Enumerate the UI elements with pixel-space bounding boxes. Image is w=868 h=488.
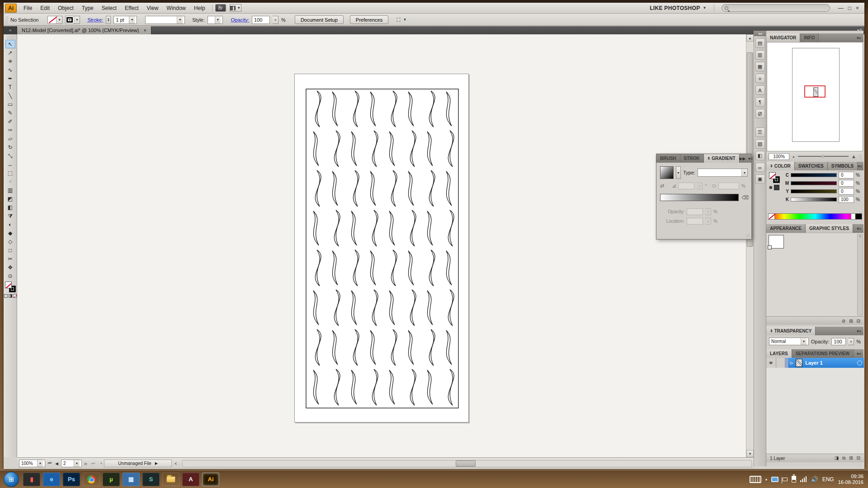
gradient-mode-button[interactable] xyxy=(9,294,12,298)
tab-overflow-button[interactable]: » xyxy=(4,26,17,34)
touch-keyboard-icon[interactable] xyxy=(750,476,761,483)
menu-help[interactable]: Help xyxy=(190,4,209,13)
panel-menu-icon[interactable]: ▾≡ xyxy=(857,224,863,233)
delete-icon[interactable]: ⊟ xyxy=(857,319,860,324)
blend-tool[interactable]: ◐ xyxy=(5,220,15,229)
menu-select[interactable]: Select xyxy=(98,4,121,13)
angle-input[interactable] xyxy=(678,183,694,189)
tab-color[interactable]: ⇕ COLOR xyxy=(766,162,795,170)
dock-icon-artboards[interactable]: ▤ xyxy=(755,38,765,48)
dock-icon-paragraph[interactable]: ¶ xyxy=(755,97,765,107)
zoom-level-dropdown[interactable]: 100%▼ xyxy=(19,460,45,467)
panel-menu-icon[interactable]: ▾≡ xyxy=(858,162,864,170)
gradient-tool[interactable]: ◧ xyxy=(5,203,15,211)
opacity-spinner[interactable]: > xyxy=(848,338,854,345)
utorrent-icon[interactable]: µ xyxy=(103,473,120,486)
panel-menu-icon[interactable]: ▾≡ xyxy=(857,33,863,42)
dock-icon-variables[interactable]: ▧ xyxy=(755,139,765,149)
eraser-tool[interactable]: ▱ xyxy=(5,134,15,143)
fill-none-proxy-icon[interactable] xyxy=(769,172,776,179)
new-layer-icon[interactable]: ⊞ xyxy=(849,455,853,461)
tab-graphic-styles[interactable]: GRAPHIC STYLES xyxy=(806,224,853,233)
arrange-documents-button[interactable]: ▼ xyxy=(230,4,241,12)
opacity-input[interactable]: 100 xyxy=(252,16,270,24)
new-graphic-style-icon[interactable]: ⊞ xyxy=(849,319,853,324)
zoom-tool[interactable]: ⊙ xyxy=(5,272,15,280)
brush-definition-dropdown[interactable]: ▼ xyxy=(145,16,185,24)
dock-icon-opentype[interactable]: Ø xyxy=(755,109,765,118)
black-value[interactable]: 100 xyxy=(839,196,854,203)
free-transform-tool[interactable]: ⬚ xyxy=(5,169,15,177)
none-color-icon[interactable] xyxy=(769,214,775,219)
cyan-slider[interactable] xyxy=(791,173,837,177)
panel-menu-icon[interactable]: ▾≡ xyxy=(748,156,753,161)
tab-stroke[interactable]: STROK xyxy=(680,154,704,163)
photoshop-icon[interactable]: Ps xyxy=(63,473,80,486)
yellow-value[interactable]: 0 xyxy=(839,188,854,195)
gradient-preset-dropdown[interactable]: ▼ xyxy=(676,166,681,179)
menu-object[interactable]: Object xyxy=(54,4,78,13)
media-player-icon[interactable]: ▮ xyxy=(23,473,40,486)
none-mode-button[interactable] xyxy=(13,294,17,298)
stroke-weight-value[interactable]: 1 pt▼ xyxy=(113,16,137,24)
scroll-down-icon[interactable]: ▼ xyxy=(746,450,754,457)
gradient-type-dropdown[interactable]: ▼ xyxy=(698,169,748,177)
panel-menu-icon[interactable]: ▾≡ xyxy=(857,327,863,335)
dock-icon-character[interactable]: A xyxy=(755,85,765,95)
navigator-preview[interactable] xyxy=(767,42,863,151)
color-spectrum-bar[interactable] xyxy=(768,213,862,220)
dock-icon-pathfinder[interactable]: ▦ xyxy=(755,62,765,71)
scroll-left-icon[interactable]: < xyxy=(174,461,178,466)
blue-grid-app-icon[interactable]: ▦ xyxy=(123,473,140,486)
opacity-spinner[interactable]: > xyxy=(273,16,278,24)
canvas[interactable] xyxy=(17,34,746,457)
layer-name[interactable]: Layer 1 xyxy=(805,360,823,366)
color-panel-proxy[interactable]: ⬢ xyxy=(769,172,780,190)
minimize-button[interactable]: — xyxy=(838,5,844,11)
artboard-number-dropdown[interactable]: 2▼ xyxy=(61,460,82,467)
first-artboard-button[interactable]: ⏮ xyxy=(47,461,52,466)
line-segment-tool[interactable]: ╲ xyxy=(5,91,15,100)
delete-layer-icon[interactable]: ⊟ xyxy=(857,455,860,461)
artboard-tool[interactable]: □ xyxy=(5,246,15,254)
tab-separations-preview[interactable]: SEPARATIONS PREVIEW xyxy=(792,349,854,358)
previous-artboard-button[interactable]: ◀ xyxy=(54,461,59,466)
language-indicator[interactable]: ENG xyxy=(822,476,834,483)
pencil-tool[interactable]: ✐ xyxy=(5,117,15,126)
vertical-scrollbar[interactable]: ▲ ▼ xyxy=(746,34,754,457)
navigator-view-box[interactable] xyxy=(804,85,826,98)
document-setup-button[interactable]: Document Setup xyxy=(295,15,344,24)
unlink-style-icon[interactable]: ⊘ xyxy=(842,319,845,324)
tab-navigator[interactable]: NAVIGATOR xyxy=(766,33,800,42)
horizontal-scrollbar[interactable] xyxy=(182,460,752,467)
dock-icon-actions[interactable]: ▣ xyxy=(755,174,765,184)
magic-wand-tool[interactable]: ✳ xyxy=(5,57,15,66)
clock[interactable]: 09:36 16-08-2016 xyxy=(838,474,863,485)
navigator-zoom-slider[interactable] xyxy=(798,156,849,157)
dock-icon-flattener[interactable]: ▥ xyxy=(755,50,765,60)
expand-dock-button[interactable]: ◂◂ xyxy=(754,31,766,36)
lasso-tool[interactable]: ∿ xyxy=(5,66,15,74)
zoom-in-icon[interactable]: ▲ xyxy=(851,154,856,159)
search-input[interactable] xyxy=(722,4,830,12)
align-options-icon[interactable]: ⛶ xyxy=(396,17,400,23)
new-sublayer-icon[interactable]: ⧉ xyxy=(842,455,845,461)
expand-layer-icon[interactable]: ▷ xyxy=(790,361,793,365)
reverse-gradient-icon[interactable]: ⇄ xyxy=(660,183,664,189)
blend-mode-dropdown[interactable]: Normal ▼ xyxy=(769,338,809,345)
fill-stroke-proxy[interactable] xyxy=(5,282,16,292)
next-artboard-button[interactable]: ▶ xyxy=(84,461,89,466)
autocad-icon[interactable]: A xyxy=(182,473,199,486)
tab-swatches[interactable]: SWATCHES xyxy=(795,162,828,170)
tab-gradient[interactable]: ⇕ GRADIENT xyxy=(704,154,740,163)
tab-appearance[interactable]: APPEARANCE xyxy=(766,224,806,233)
panel-overflow-icon[interactable]: ▶▶ ▾≡ xyxy=(740,154,755,163)
opacity-link[interactable]: Opacity: xyxy=(231,17,249,23)
paintbrush-tool[interactable]: ✎ xyxy=(5,108,15,117)
rotate-tool[interactable]: ↻ xyxy=(5,143,15,151)
graphic-style-default-swatch[interactable] xyxy=(769,235,784,249)
menu-effect[interactable]: Effect xyxy=(121,4,142,13)
action-center-flag-icon[interactable] xyxy=(783,478,788,481)
fill-color-swatch[interactable]: ▼ xyxy=(65,16,80,24)
illustrator-logo-icon[interactable]: Ai xyxy=(5,4,17,13)
